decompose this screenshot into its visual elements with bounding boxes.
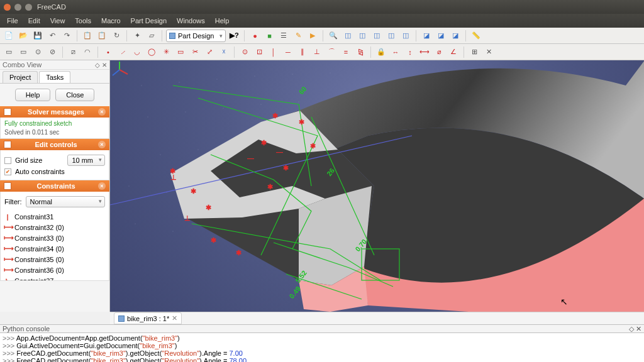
auto-constraints-checkbox[interactable]: ✔ <box>4 168 11 175</box>
paste-icon[interactable]: 📋 <box>96 30 108 42</box>
filter-dropdown[interactable]: Normal <box>26 196 106 207</box>
iso-2-icon[interactable]: ◫ <box>399 30 412 42</box>
chamfer-icon[interactable]: ⧄ <box>67 46 79 58</box>
workbench-selector[interactable]: Part Design <box>166 30 226 42</box>
fillet-icon[interactable]: ◠ <box>81 46 94 58</box>
menu-file[interactable]: File <box>3 16 23 26</box>
constraint-item[interactable]: |Constraint31 <box>1 212 109 222</box>
axis-icon[interactable]: ✦ <box>131 30 143 42</box>
menu-help[interactable]: Help <box>211 16 234 26</box>
hdist-icon[interactable]: ↔ <box>389 46 402 58</box>
trim-icon[interactable]: ✂ <box>189 46 201 58</box>
construct-icon[interactable]: ☓ <box>218 46 230 58</box>
line-icon[interactable]: ⟋ <box>116 46 129 58</box>
zoom-icon[interactable]: 🔍 <box>327 30 340 42</box>
constraint-item[interactable]: ⟼Constraint36 (0) <box>1 265 109 275</box>
python-console[interactable]: >>> App.ActiveDocument=App.getDocument("… <box>0 333 644 362</box>
view-c-icon[interactable]: ◪ <box>449 30 462 42</box>
measure-icon[interactable]: 📏 <box>470 30 482 42</box>
3d-viewport[interactable]: 60 0.49 5.52 140 0.70 26 ✱✱✱ ✱✱✱ ✱✱✱ ✱✱ … <box>110 60 644 312</box>
menu-tools[interactable]: Tools <box>70 16 96 26</box>
equal-icon[interactable]: = <box>340 46 352 58</box>
menu-windows[interactable]: Windows <box>172 16 209 26</box>
perpendicular-icon[interactable]: ⊥ <box>311 46 323 58</box>
grid-size-dropdown[interactable]: 10 mm <box>67 155 105 166</box>
pocket-icon[interactable]: ▭ <box>17 46 30 58</box>
radius-icon[interactable]: ⌀ <box>433 46 445 58</box>
list-icon[interactable]: ☰ <box>277 30 290 42</box>
tab-tasks[interactable]: Tasks <box>39 71 70 83</box>
circle-icon[interactable]: ◯ <box>145 46 158 58</box>
menu-partdesign[interactable]: Part Design <box>126 16 171 26</box>
console-pin-icon[interactable]: ◇ ✕ <box>629 325 641 333</box>
collapse-icon[interactable]: × <box>98 182 106 190</box>
edit-controls-header[interactable]: Edit controls × <box>0 139 109 150</box>
revolve-icon[interactable]: ⊙ <box>31 46 44 58</box>
coincident-icon[interactable]: ⊙ <box>238 46 251 58</box>
pointon-icon[interactable]: ⊡ <box>253 46 265 58</box>
redo-icon[interactable]: ↷ <box>60 30 73 42</box>
constraint-item[interactable]: ⊾Constraint37 <box>1 275 109 281</box>
horizontal-icon[interactable]: ─ <box>282 46 294 58</box>
document-tab[interactable]: bike_rim3 : 1* ✕ <box>114 312 182 324</box>
constraint-item[interactable]: ⟼Constraint32 (0) <box>1 222 109 233</box>
menu-macro[interactable]: Macro <box>97 16 125 26</box>
constraint-item[interactable]: ⟼Constraint33 (0) <box>1 233 109 243</box>
edit-icon[interactable]: ✎ <box>292 30 304 42</box>
constraints-list[interactable]: |Constraint31 ⟼Constraint32 (0) ⟼Constra… <box>0 212 109 281</box>
solver-section-header[interactable]: Solver messages × <box>0 106 109 118</box>
window-minimize-button[interactable] <box>14 4 21 11</box>
panel-pin-icon[interactable]: ◇ ✕ <box>95 62 107 69</box>
parallel-icon[interactable]: ∥ <box>296 46 309 58</box>
open-icon[interactable]: 📂 <box>17 30 30 42</box>
pad-icon[interactable]: ▭ <box>3 46 15 58</box>
refresh-icon[interactable]: ↻ <box>110 30 123 42</box>
polyline-icon[interactable]: ✳ <box>160 46 172 58</box>
constraint-item[interactable]: ⟼Constraint35 (0) <box>1 254 109 265</box>
iso-front-icon[interactable]: ◫ <box>341 30 354 42</box>
vertical-icon[interactable]: │ <box>267 46 280 58</box>
menu-view[interactable]: View <box>46 16 70 26</box>
tab-project[interactable]: Project <box>3 71 38 83</box>
record-icon[interactable]: ● <box>248 30 261 42</box>
iso-1-icon[interactable]: ◫ <box>385 30 397 42</box>
dist-icon[interactable]: ⟷ <box>418 46 431 58</box>
rect-icon[interactable]: ▭ <box>174 46 187 58</box>
save-icon[interactable]: 💾 <box>31 30 44 42</box>
symmetric-icon[interactable]: ⧎ <box>354 46 367 58</box>
groove-icon[interactable]: ⊘ <box>46 46 58 58</box>
window-close-button[interactable] <box>4 4 11 11</box>
leave-icon[interactable]: ✕ <box>482 46 495 58</box>
collapse-icon[interactable]: × <box>98 141 106 148</box>
tangent-icon[interactable]: ⌒ <box>325 46 338 58</box>
menu-edit[interactable]: Edit <box>24 16 45 26</box>
play-icon[interactable]: ▶ <box>306 30 319 42</box>
whatsthis-icon[interactable]: ▶? <box>228 30 240 42</box>
close-tab-icon[interactable]: ✕ <box>172 314 177 322</box>
angle-icon[interactable]: ∠ <box>447 46 460 58</box>
iso-side-icon[interactable]: ◫ <box>370 30 383 42</box>
vdist-icon[interactable]: ↕ <box>404 46 416 58</box>
svg-point-26 <box>172 231 173 231</box>
close-button[interactable]: Close <box>55 89 94 101</box>
copy-icon[interactable]: 📋 <box>81 30 94 42</box>
view-b-icon[interactable]: ◪ <box>435 30 447 42</box>
constraint-item[interactable]: ⟼Constraint34 (0) <box>1 243 109 254</box>
grid-checkbox[interactable] <box>4 157 11 164</box>
mapsketch-icon[interactable]: ⊞ <box>468 46 480 58</box>
iso-top-icon[interactable]: ◫ <box>356 30 369 42</box>
point-icon[interactable]: • <box>102 46 114 58</box>
external-icon[interactable]: ⤢ <box>203 46 216 58</box>
window-maximize-button[interactable] <box>25 4 32 11</box>
constraints-header[interactable]: Constraints × <box>0 180 109 192</box>
help-button[interactable]: Help <box>15 89 51 101</box>
arc-icon[interactable]: ◡ <box>131 46 143 58</box>
separator <box>162 30 162 41</box>
collapse-icon[interactable]: × <box>98 108 106 116</box>
new-doc-icon[interactable]: 📄 <box>3 30 15 42</box>
view-a-icon[interactable]: ◪ <box>420 30 433 42</box>
plane-icon[interactable]: ▱ <box>145 30 158 42</box>
lock-icon[interactable]: 🔒 <box>375 46 387 58</box>
undo-icon[interactable]: ↶ <box>46 30 58 42</box>
stop-icon[interactable]: ■ <box>263 30 275 42</box>
